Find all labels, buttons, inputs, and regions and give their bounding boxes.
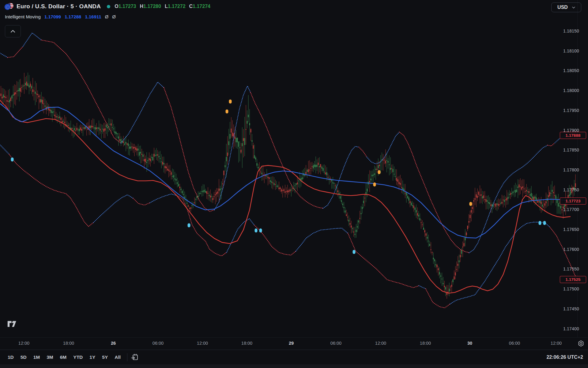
sell-signal-marker[interactable]	[229, 100, 232, 104]
price-axis[interactable]: 1.181501.181001.180501.180001.179501.179…	[577, 0, 588, 337]
range-button-5y[interactable]: 5Y	[99, 353, 111, 362]
candle-body	[417, 213, 418, 216]
candle-body	[110, 124, 111, 125]
range-button-1d[interactable]: 1D	[4, 353, 17, 362]
candle-body	[484, 199, 485, 200]
price-tick-label: 1.18100	[563, 48, 588, 53]
time-tick-label[interactable]: 18:00	[63, 341, 74, 346]
candle-body	[213, 198, 213, 200]
candle-body	[188, 205, 189, 206]
candle-body	[560, 206, 561, 209]
range-button-1m[interactable]: 1M	[30, 353, 43, 362]
range-button-5d[interactable]: 5D	[17, 353, 30, 362]
candle-body	[258, 167, 259, 169]
time-tick-label[interactable]: 12:00	[197, 341, 208, 346]
buy-signal-marker[interactable]	[539, 221, 541, 225]
candle-body	[189, 208, 190, 209]
candle-body	[161, 161, 162, 162]
candle-body	[37, 94, 38, 95]
time-tick-label[interactable]: 12:00	[18, 341, 29, 346]
time-tick-label[interactable]: 18:00	[420, 341, 431, 346]
range-button-all[interactable]: All	[111, 353, 124, 362]
candle-body	[393, 169, 394, 172]
currency-dropdown[interactable]: USD	[551, 2, 581, 12]
candle-body	[56, 116, 57, 117]
window-footer-strip	[0, 364, 588, 368]
candle-body	[183, 194, 184, 195]
candle-body	[168, 170, 169, 171]
candle-body	[72, 128, 73, 129]
candle-body	[309, 170, 310, 171]
eurusd-flag-icon	[4, 2, 13, 10]
lower-band-dotted-line	[0, 145, 9, 154]
candle-body	[508, 197, 509, 199]
tradingview-logo[interactable]	[7, 321, 19, 330]
buy-signal-marker[interactable]	[259, 228, 262, 232]
clock-timezone[interactable]: 22:06:26 UTC+2	[546, 355, 583, 360]
candle-body	[396, 178, 397, 181]
candle-body	[313, 165, 314, 168]
candle-body	[128, 144, 129, 146]
go-to-date-button[interactable]	[130, 353, 139, 362]
buy-signal-marker[interactable]	[353, 250, 356, 254]
candle-body	[146, 162, 147, 163]
candle-body	[249, 123, 250, 125]
time-tick-day-label[interactable]: 30	[467, 341, 472, 346]
range-button-ytd[interactable]: YTD	[70, 353, 86, 362]
sell-signal-marker[interactable]	[226, 109, 228, 113]
candle-body	[173, 175, 174, 178]
candle-body	[133, 147, 134, 149]
sell-signal-marker[interactable]	[469, 202, 472, 206]
time-tick-day-label[interactable]: 26	[111, 341, 116, 346]
time-tick-label[interactable]: 06:00	[509, 341, 520, 346]
symbol-title[interactable]: Euro / U.S. Dollar · 5 · OANDA	[17, 3, 101, 10]
sell-signal-marker[interactable]	[378, 170, 381, 174]
time-tick-label[interactable]: 06:00	[153, 341, 164, 346]
buy-signal-marker[interactable]	[255, 228, 258, 232]
candle-body	[68, 125, 69, 126]
candle-body	[386, 160, 387, 161]
candle-body	[208, 193, 209, 194]
time-tick-label[interactable]: 18:00	[241, 341, 252, 346]
candle-body	[3, 94, 4, 98]
lower-band-dotted-line	[426, 289, 450, 308]
buy-signal-marker[interactable]	[188, 223, 190, 227]
currency-label: USD	[557, 5, 568, 10]
candle-body	[248, 115, 249, 117]
price-tick-label: 1.17700	[563, 207, 588, 212]
candle-body	[420, 218, 420, 220]
time-tick-day-label[interactable]: 29	[289, 341, 294, 346]
candle-body	[373, 174, 374, 175]
buy-signal-marker[interactable]	[11, 157, 14, 161]
range-button-3m[interactable]: 3M	[43, 353, 57, 362]
time-tick-label[interactable]: 06:00	[330, 341, 341, 346]
buy-signal-marker[interactable]	[543, 221, 546, 225]
candle-body	[255, 158, 256, 159]
bottom-toolbar: 1D5D1M3M6MYTD1Y5YAll 22:06:26 UTC+2	[0, 350, 588, 364]
axis-settings-gear-icon[interactable]	[578, 340, 584, 348]
candle-body	[535, 197, 536, 199]
candle-body	[569, 194, 570, 196]
range-button-1y[interactable]: 1Y	[86, 353, 99, 362]
time-axis[interactable]: 12:0018:002606:0012:0018:002906:0012:001…	[0, 337, 588, 350]
indicator-name[interactable]: Intelligent Moving	[5, 14, 41, 19]
indicator-row[interactable]: Intelligent Moving 1.17099 1.17288 1.169…	[5, 14, 116, 19]
sell-signal-marker[interactable]	[373, 182, 376, 186]
candle-body	[187, 203, 188, 204]
candle-body	[126, 142, 126, 144]
time-tick-label[interactable]: 12:00	[551, 341, 562, 346]
candle-body	[190, 208, 191, 209]
range-button-6m[interactable]: 6M	[57, 353, 70, 362]
candle-body	[431, 249, 432, 250]
candle-body	[43, 104, 44, 104]
candle-body	[260, 172, 261, 172]
candle-body	[296, 183, 297, 185]
time-tick-label[interactable]: 12:00	[375, 341, 386, 346]
candlestick-chart[interactable]	[0, 0, 588, 368]
market-status-icon[interactable]	[107, 5, 110, 8]
close-value: 1.17274	[193, 4, 210, 9]
candle-body	[388, 161, 389, 163]
candle-body	[111, 123, 112, 125]
collapse-panel-button[interactable]	[5, 25, 21, 37]
candle-body	[29, 86, 30, 88]
